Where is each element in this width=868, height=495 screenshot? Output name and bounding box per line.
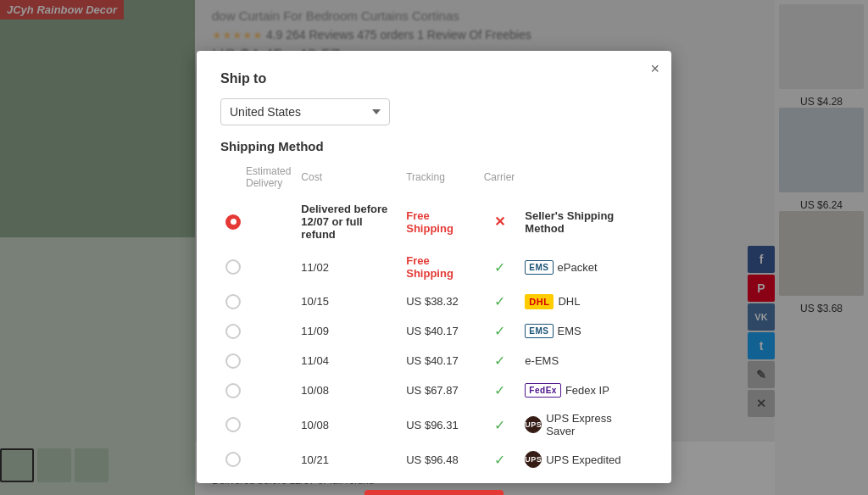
cost-5: US $67.87 — [401, 375, 478, 405]
tracking-5: ✓ — [479, 375, 520, 405]
shipping-row-1[interactable]: 11/02Free Shipping✓EMSePacket — [220, 248, 648, 286]
radio-cell-2[interactable] — [220, 286, 296, 316]
ship-to-modal: × Ship to United States Canada United Ki… — [197, 51, 671, 483]
tracking-0: ✕ — [479, 196, 520, 248]
radio-7[interactable] — [225, 452, 241, 467]
delivery-7: 10/21 — [296, 444, 401, 475]
cost-6: US $96.31 — [401, 405, 478, 444]
delivery-2: 10/15 — [296, 286, 401, 316]
radio-0[interactable] — [225, 214, 241, 230]
col-carrier: Carrier — [479, 162, 520, 196]
cost-0: Free Shipping — [401, 196, 478, 248]
radio-3[interactable] — [225, 324, 241, 339]
radio-6[interactable] — [225, 417, 241, 432]
delivery-1: 11/02 — [296, 248, 401, 286]
modal-title: Ship to — [220, 71, 648, 86]
tracking-1: ✓ — [479, 248, 520, 286]
modal-overlay: × Ship to United States Canada United Ki… — [0, 0, 868, 495]
delivery-0: Delivered before 12/07 or full refund — [296, 196, 401, 248]
radio-cell-7[interactable] — [220, 444, 296, 475]
apply-button[interactable]: Apply — [364, 490, 504, 495]
shipping-row-4[interactable]: 11/04US $40.17✓e-EMS — [220, 346, 648, 375]
cost-3: US $40.17 — [401, 316, 478, 346]
cost-7: US $96.48 — [401, 444, 478, 475]
shipping-row-6[interactable]: 10/08US $96.31✓UPSUPS Express Saver — [220, 405, 648, 444]
carrier-2: DHLDHL — [520, 286, 648, 316]
tracking-4: ✓ — [479, 346, 520, 375]
modal-close-button[interactable]: × — [650, 61, 659, 76]
tracking-3: ✓ — [479, 316, 520, 346]
radio-cell-1[interactable] — [220, 248, 296, 286]
shipping-row-0[interactable]: Delivered before 12/07 or full refundFre… — [220, 196, 648, 248]
carrier-4: e-EMS — [520, 346, 648, 375]
radio-cell-6[interactable] — [220, 405, 296, 444]
delivery-6: 10/08 — [296, 405, 401, 444]
tracking-6: ✓ — [479, 405, 520, 444]
carrier-1: EMSePacket — [520, 248, 648, 286]
radio-2[interactable] — [225, 294, 241, 309]
shipping-row-7[interactable]: 10/21US $96.48✓UPSUPS Expedited — [220, 444, 648, 475]
country-select[interactable]: United States Canada United Kingdom Aust… — [220, 98, 390, 125]
cost-4: US $40.17 — [401, 346, 478, 375]
col-cost: Cost — [296, 162, 401, 196]
radio-cell-3[interactable] — [220, 316, 296, 346]
radio-5[interactable] — [225, 383, 241, 398]
carrier-3: EMSEMS — [520, 316, 648, 346]
tracking-2: ✓ — [479, 286, 520, 316]
delivery-3: 11/09 — [296, 316, 401, 346]
radio-4[interactable] — [225, 353, 241, 369]
cost-1: Free Shipping — [401, 248, 478, 286]
carrier-7: UPSUPS Expedited — [520, 444, 648, 475]
delivery-4: 11/04 — [296, 346, 401, 375]
shipping-row-3[interactable]: 11/09US $40.17✓EMSEMS — [220, 316, 648, 346]
radio-cell-4[interactable] — [220, 346, 296, 375]
tracking-7: ✓ — [479, 444, 520, 475]
radio-cell-5[interactable] — [220, 375, 296, 405]
apply-button-wrapper: Apply — [220, 490, 648, 495]
carrier-6: UPSUPS Express Saver — [520, 405, 648, 444]
col-delivery: Estimated Delivery — [220, 162, 296, 196]
shipping-table: Estimated Delivery Cost Tracking Carrier… — [220, 162, 648, 475]
radio-1[interactable] — [225, 259, 241, 275]
carrier-0: Seller's Shipping Method — [520, 196, 648, 248]
shipping-row-2[interactable]: 10/15US $38.32✓DHLDHL — [220, 286, 648, 316]
radio-cell-0[interactable] — [220, 196, 296, 248]
shipping-row-5[interactable]: 10/08US $67.87✓FedExFedex IP — [220, 375, 648, 405]
delivery-5: 10/08 — [296, 375, 401, 405]
cost-2: US $38.32 — [401, 286, 478, 316]
shipping-method-heading: Shipping Method — [220, 139, 648, 153]
carrier-5: FedExFedex IP — [520, 375, 648, 405]
col-tracking: Tracking — [401, 162, 478, 196]
